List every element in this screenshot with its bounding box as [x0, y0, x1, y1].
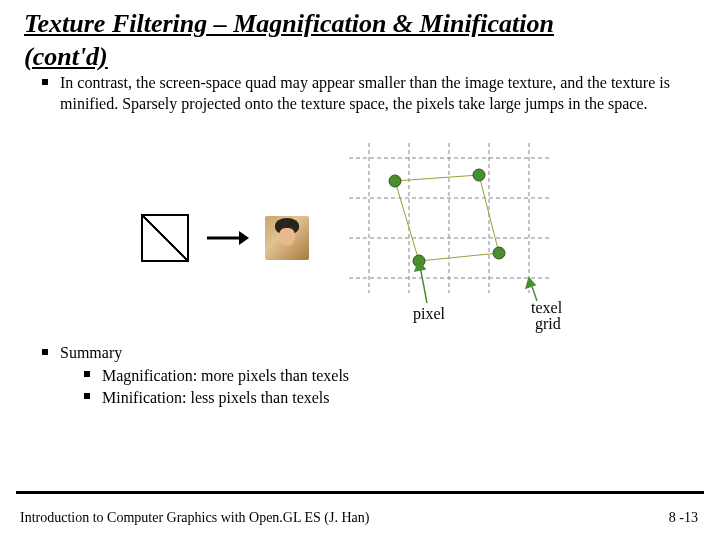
- footer-text: Introduction to Computer Graphics with O…: [20, 510, 369, 526]
- body-list: In contrast, the screen-space quad may a…: [36, 73, 696, 115]
- title-line-1: Texture Filtering – Magnification & Mini…: [24, 9, 554, 38]
- slide: Texture Filtering – Magnification & Mini…: [0, 0, 720, 540]
- figure-row: pixel texel grid: [24, 143, 696, 333]
- slide-title: Texture Filtering – Magnification & Mini…: [24, 8, 696, 73]
- svg-point-17: [493, 247, 505, 259]
- page-number: 8 -13: [669, 510, 698, 526]
- summary-list: Summary Magnification: more pixels than …: [36, 343, 696, 409]
- footer-rule: [16, 491, 704, 494]
- svg-point-15: [389, 175, 401, 187]
- bullet-main: In contrast, the screen-space quad may a…: [36, 73, 696, 115]
- svg-marker-22: [526, 278, 535, 288]
- screen-space-quad-icon: [141, 214, 189, 262]
- texture-thumbnail: [265, 216, 309, 260]
- pixel-label: pixel: [413, 305, 446, 323]
- bullet-summary: Summary Magnification: more pixels than …: [36, 343, 696, 409]
- summary-label: Summary: [60, 344, 122, 361]
- arrow-right-icon: [205, 226, 249, 250]
- svg-line-14: [395, 181, 419, 261]
- svg-point-16: [473, 169, 485, 181]
- svg-line-11: [395, 175, 479, 181]
- summary-item-minification: Minification: less pixels than texels: [78, 387, 696, 409]
- title-line-2: (cont'd): [24, 42, 108, 71]
- svg-marker-1: [239, 231, 249, 245]
- quad-to-thumb-group: [141, 214, 309, 262]
- texel-label-line1: texel: [531, 299, 563, 316]
- texel-label-line2: grid: [535, 315, 561, 333]
- texel-grid-diagram: pixel texel grid: [349, 143, 579, 333]
- summary-item-magnification: Magnification: more pixels than texels: [78, 365, 696, 387]
- svg-line-13: [419, 253, 499, 261]
